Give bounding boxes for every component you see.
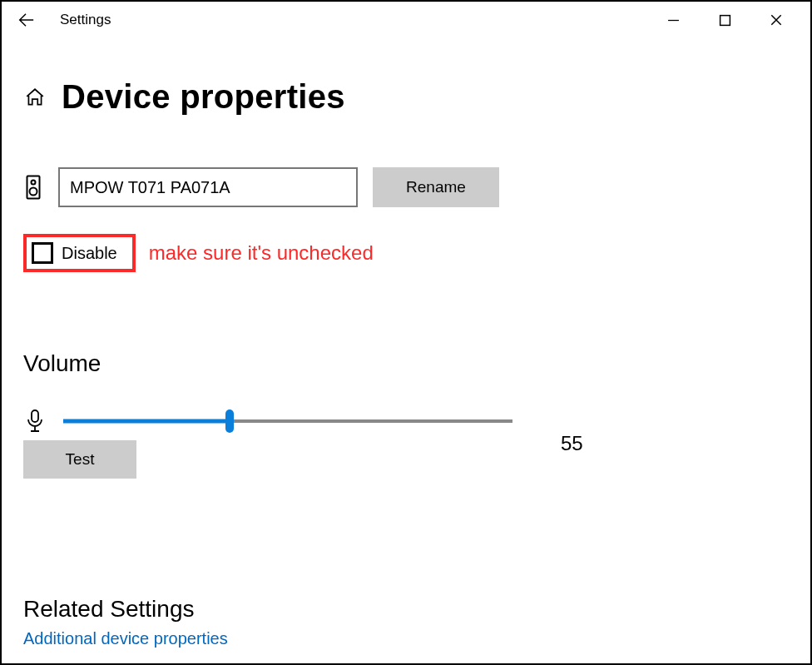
- test-button[interactable]: Test: [23, 440, 136, 479]
- disable-row: Disable make sure it's unchecked: [23, 234, 789, 272]
- microphone-icon: [23, 409, 47, 434]
- svg-rect-0: [720, 15, 730, 25]
- page-header: Device properties: [23, 78, 789, 116]
- disable-checkbox[interactable]: [32, 242, 53, 264]
- svg-point-3: [30, 188, 37, 196]
- disable-label: Disable: [62, 244, 117, 263]
- volume-value: 55: [561, 432, 583, 455]
- disable-highlight: Disable: [23, 234, 136, 272]
- titlebar: Settings: [2, 2, 810, 38]
- close-button[interactable]: [750, 3, 802, 37]
- minimize-button[interactable]: [647, 3, 699, 37]
- additional-properties-link[interactable]: Additional device properties: [23, 629, 228, 648]
- maximize-button[interactable]: [699, 3, 750, 37]
- home-icon[interactable]: [23, 86, 47, 109]
- slider-fill: [63, 419, 230, 424]
- svg-point-2: [32, 181, 36, 185]
- device-name-input[interactable]: [58, 167, 358, 207]
- svg-rect-4: [32, 410, 38, 422]
- annotation-text: make sure it's unchecked: [149, 241, 374, 265]
- window-controls: [647, 3, 802, 37]
- rename-button[interactable]: Rename: [373, 167, 499, 207]
- volume-row: Test 55: [23, 409, 789, 479]
- slider-thumb[interactable]: [225, 409, 234, 433]
- window-title: Settings: [60, 12, 111, 28]
- volume-slider[interactable]: [63, 413, 512, 429]
- volume-title: Volume: [23, 350, 789, 377]
- device-name-row: Rename: [23, 167, 789, 207]
- speaker-icon: [23, 175, 43, 200]
- related-settings: Related Settings Additional device prope…: [23, 596, 228, 648]
- related-title: Related Settings: [23, 596, 228, 623]
- content-area: Device properties Rename Disable make su…: [2, 38, 810, 479]
- back-button[interactable]: [10, 4, 42, 36]
- page-title: Device properties: [62, 78, 345, 116]
